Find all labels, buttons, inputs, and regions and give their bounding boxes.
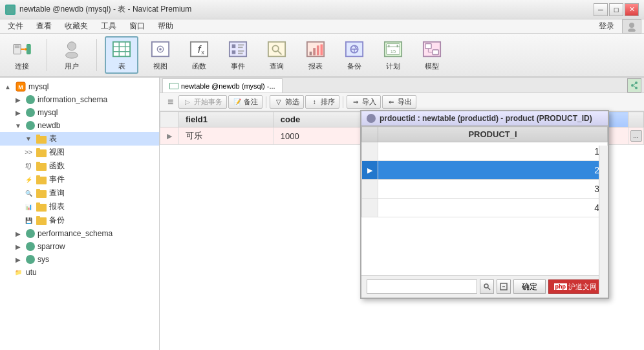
sidebar-item-information-schema[interactable]: ▶ information_schema <box>0 93 159 106</box>
sidebar: ▲ M mysql ▶ information_schema ▶ mysql ▼… <box>0 78 160 350</box>
sidebar-item-queries[interactable]: 🔍 查询 <box>0 186 159 200</box>
svg-rect-4 <box>15 45 20 47</box>
toolbar-query[interactable]: 查询 <box>260 36 294 74</box>
toolbar-sep-2 <box>96 39 97 71</box>
popup-val-2[interactable]: 2 <box>378 161 608 180</box>
svg-rect-65 <box>36 216 40 219</box>
popup-scrollbar[interactable] <box>599 146 608 294</box>
filter-btn[interactable]: ▽ 筛选 <box>270 95 304 109</box>
cell-field1[interactable]: 可乐 <box>179 127 274 145</box>
cell-expand-btn[interactable]: … <box>630 130 642 142</box>
svg-point-9 <box>67 42 76 50</box>
svg-rect-26 <box>238 47 243 48</box>
toolbar-model[interactable]: 模型 <box>415 36 449 74</box>
toolbar-func[interactable]: f x 函数 <box>182 36 216 74</box>
popup-table-container[interactable]: PRODUCT_I 1 ▶ 2 <box>361 126 608 275</box>
popup-confirm-btn[interactable]: 确定 <box>513 279 546 294</box>
cell-code[interactable]: 1000 <box>274 127 362 145</box>
sidebar-item-funcs[interactable]: f() 函数 <box>0 159 159 173</box>
sidebar-item-tables[interactable]: ▼ 表 <box>0 132 159 146</box>
menu-tools[interactable]: 工具 <box>96 19 122 33</box>
view-icon <box>150 39 171 60</box>
popup-val-1[interactable]: 1 <box>378 142 608 161</box>
tb2-sep2 <box>343 96 343 108</box>
sidebar-item-backups[interactable]: 💾 备份 <box>0 213 159 227</box>
popup-col-marker <box>362 127 378 142</box>
popup-row-2[interactable]: ▶ 2 <box>362 161 608 180</box>
toolbar-schedule[interactable]: 15 计划 <box>376 36 410 74</box>
popup-row-1[interactable]: 1 <box>362 142 608 161</box>
event-folder-icon <box>36 175 47 184</box>
popup-val-4[interactable]: 4 <box>378 199 608 217</box>
svg-rect-5 <box>15 47 20 48</box>
backup-btn[interactable]: 📝 备注 <box>228 95 263 109</box>
sidebar-item-sys[interactable]: ▶ sys <box>0 253 159 266</box>
popup-title-text: prdouctid : newtable (productid) - produ… <box>380 114 592 123</box>
sidebar-events-label: 事件 <box>49 174 65 185</box>
export-btn[interactable]: ⇐ 导出 <box>382 95 416 109</box>
svg-point-2 <box>628 28 636 32</box>
sidebar-item-perf-schema[interactable]: ▶ performance_schema <box>0 227 159 240</box>
toolbar-event[interactable]: 事件 <box>221 36 255 74</box>
svg-rect-0 <box>6 6 14 14</box>
app-icon <box>5 5 16 15</box>
sidebar-item-views[interactable]: >> 视图 <box>0 146 159 159</box>
popup-php-btn[interactable]: php 沪道文网 <box>548 279 603 294</box>
import-btn[interactable]: ⇒ 导入 <box>347 95 381 109</box>
sidebar-sparrow-label: sparrow <box>38 242 65 251</box>
menu-help[interactable]: 帮助 <box>153 19 178 33</box>
popup-row-4[interactable]: 4 <box>362 199 608 217</box>
toolbar-user[interactable]: 用户 <box>55 36 89 74</box>
toolbar-connect[interactable]: 连接 <box>5 36 39 74</box>
tab-share-btn[interactable] <box>627 78 641 93</box>
popup-btn-1[interactable] <box>480 279 494 294</box>
sidebar-item-newdb[interactable]: ▼ newdb <box>0 119 159 132</box>
toolbar-report[interactable]: 报表 <box>299 36 332 74</box>
sidebar-item-mysql-root[interactable]: ▲ M mysql <box>0 80 159 93</box>
svg-rect-11 <box>113 42 130 57</box>
backup-folder-icon <box>36 216 47 225</box>
sidebar-item-reports[interactable]: 📊 报表 <box>0 200 159 213</box>
sidebar-item-events[interactable]: ⚡ 事件 <box>0 173 159 186</box>
sidebar-item-mysql-db[interactable]: ▶ mysql <box>0 106 159 119</box>
popup-confirm-label: 确定 <box>522 281 537 292</box>
sidebar-info-label: information_schema <box>38 95 107 104</box>
tab-newtable[interactable]: newtable @newdb (mysql) -... <box>162 78 283 93</box>
popup-dialog: prdouctid : newtable (productid) - produ… <box>360 110 609 299</box>
popup-row-3[interactable]: 3 <box>362 180 608 199</box>
svg-text:x: x <box>201 49 204 56</box>
user-icon <box>61 39 82 60</box>
minimize-button[interactable]: ─ <box>594 3 608 16</box>
col-field1[interactable]: field1 <box>179 112 274 127</box>
popup-marker-2: ▶ <box>362 161 378 180</box>
schedule-label: 计划 <box>386 61 400 71</box>
toolbar-backup[interactable]: 备份 <box>338 36 371 74</box>
main-layout: ▲ M mysql ▶ information_schema ▶ mysql ▼… <box>0 78 644 350</box>
popup-val-3[interactable]: 3 <box>378 180 608 199</box>
backup-icon <box>344 39 365 60</box>
begin-transaction-btn[interactable]: ▷ 开始事务 <box>178 95 227 109</box>
user-avatar <box>622 19 641 34</box>
menu-view[interactable]: 查看 <box>31 19 57 33</box>
popup-search-input[interactable] <box>367 279 477 294</box>
report-label: 报表 <box>308 61 323 71</box>
sort-btn[interactable]: ↕ 排序 <box>305 95 339 109</box>
menu-window[interactable]: 窗口 <box>124 19 150 33</box>
toolbar-view[interactable]: 视图 <box>144 36 177 74</box>
hamburger-menu[interactable]: ≡ <box>164 95 177 109</box>
popup-title-icon <box>367 114 376 123</box>
content-area: newtable @newdb (mysql) -... ≡ ▷ 开始事务 📝 … <box>160 78 644 350</box>
popup-btn-2[interactable] <box>497 279 511 294</box>
sidebar-item-utu[interactable]: 📁 utu <box>0 266 159 279</box>
sidebar-item-sparrow[interactable]: ▶ sparrow <box>0 240 159 253</box>
toolbar-table[interactable]: 表 <box>105 36 138 74</box>
expand-icon3: ▶ <box>13 107 23 118</box>
col-code[interactable]: code <box>274 112 362 127</box>
menu-file[interactable]: 文件 <box>3 19 28 33</box>
close-button[interactable]: ✕ <box>625 3 639 16</box>
maximize-button[interactable]: □ <box>609 3 623 16</box>
menu-favorites[interactable]: 收藏夹 <box>59 19 93 33</box>
sidebar-utu-label: utu <box>26 268 37 277</box>
svg-rect-27 <box>238 50 244 52</box>
svg-rect-57 <box>36 162 40 164</box>
